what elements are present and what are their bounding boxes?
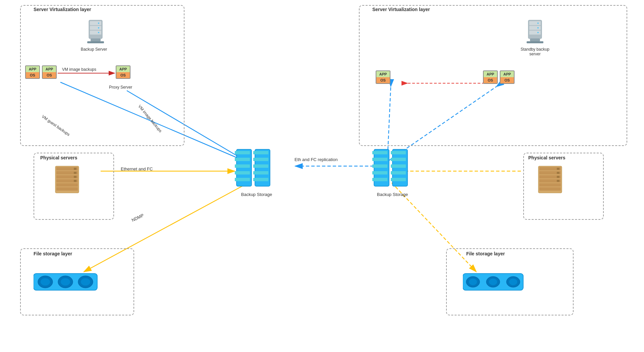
svg-point-40 xyxy=(61,278,70,286)
right-physical-server-icon xyxy=(537,164,564,196)
left-vm-group1: APP OS APP OS xyxy=(25,65,57,79)
right-vm-single-tile: APP OS xyxy=(376,70,390,84)
right-vm-tile2: APP OS xyxy=(500,70,515,84)
eth-fc-replication-label: Eth and FC replication xyxy=(294,157,338,162)
left-proxy-vm-tile: APP OS xyxy=(116,65,130,79)
svg-rect-65 xyxy=(391,171,406,174)
svg-point-93 xyxy=(509,279,517,285)
left-vm2: APP OS xyxy=(42,65,57,79)
svg-rect-86 xyxy=(557,180,559,182)
svg-rect-31 xyxy=(56,187,78,191)
svg-rect-30 xyxy=(56,183,78,187)
svg-point-91 xyxy=(489,279,497,285)
left-vm1: APP OS xyxy=(25,65,40,79)
right-physical-servers-box xyxy=(523,153,604,220)
right-standby-backup-server-icon xyxy=(523,18,547,47)
left-backup-server-icon xyxy=(84,18,107,47)
svg-point-72 xyxy=(537,27,539,29)
svg-rect-64 xyxy=(391,164,406,168)
svg-rect-35 xyxy=(74,180,76,182)
svg-rect-17 xyxy=(90,21,101,25)
svg-point-89 xyxy=(469,279,477,285)
right-physical-servers-label: Physical servers xyxy=(528,155,566,160)
svg-rect-50 xyxy=(253,151,268,154)
svg-rect-18 xyxy=(90,26,101,30)
svg-rect-54 xyxy=(253,178,268,181)
svg-rect-70 xyxy=(529,31,541,35)
svg-rect-82 xyxy=(539,187,561,191)
left-proxy-server-label: Proxy Server xyxy=(109,85,132,90)
svg-point-73 xyxy=(537,32,539,33)
left-file-storage-icon xyxy=(34,268,101,297)
svg-rect-85 xyxy=(557,176,559,178)
svg-rect-59 xyxy=(372,171,387,174)
left-physical-servers-label: Physical servers xyxy=(40,155,77,160)
ethernet-fc-label: Ethernet and FC xyxy=(121,166,153,171)
svg-rect-69 xyxy=(529,26,541,30)
svg-rect-83 xyxy=(557,168,559,170)
right-file-storage-icon xyxy=(463,268,527,297)
left-proxy-vm: APP OS xyxy=(116,65,130,79)
svg-point-38 xyxy=(41,278,50,286)
svg-rect-58 xyxy=(372,164,387,168)
left-physical-server-icon xyxy=(54,164,80,196)
svg-rect-75 xyxy=(527,41,543,43)
svg-rect-48 xyxy=(235,178,250,181)
svg-rect-47 xyxy=(235,171,250,174)
right-vm-group2: APP OS APP OS xyxy=(483,70,515,84)
svg-rect-63 xyxy=(391,158,406,161)
svg-rect-84 xyxy=(557,172,559,174)
left-backup-storage-icon xyxy=(235,148,272,189)
svg-point-20 xyxy=(98,22,99,24)
right-vm-single: APP OS xyxy=(376,70,390,84)
svg-rect-19 xyxy=(90,31,101,35)
svg-rect-60 xyxy=(372,178,387,181)
svg-point-71 xyxy=(537,22,539,24)
svg-rect-46 xyxy=(235,164,250,168)
right-backup-storage-label: Backup Storage xyxy=(376,192,409,197)
diagram-container: Server Virtualization layer Backup Serve… xyxy=(0,0,644,352)
svg-point-21 xyxy=(98,27,99,29)
svg-rect-68 xyxy=(529,21,541,25)
right-backup-storage-icon xyxy=(372,148,409,189)
svg-rect-52 xyxy=(253,164,268,168)
svg-rect-74 xyxy=(530,39,540,41)
svg-rect-57 xyxy=(372,158,387,161)
left-virtualization-label: Server Virtualization layer xyxy=(34,7,91,12)
svg-rect-62 xyxy=(391,151,406,154)
svg-rect-44 xyxy=(235,151,250,154)
right-file-storage-label: File storage layer xyxy=(466,251,505,256)
svg-point-42 xyxy=(81,278,90,286)
svg-rect-81 xyxy=(539,183,561,187)
right-vm-tile1: APP OS xyxy=(483,70,498,84)
svg-rect-33 xyxy=(74,172,76,174)
svg-rect-34 xyxy=(74,176,76,178)
svg-rect-24 xyxy=(87,41,104,43)
svg-rect-23 xyxy=(91,39,101,41)
right-standby-backup-server-label: Standby backup server xyxy=(518,47,552,56)
left-backup-storage-label: Backup Storage xyxy=(240,192,273,197)
svg-rect-56 xyxy=(372,151,387,154)
svg-rect-32 xyxy=(74,168,76,170)
svg-rect-45 xyxy=(235,158,250,161)
svg-rect-51 xyxy=(253,158,268,161)
left-backup-server-label: Backup Server xyxy=(80,47,107,52)
svg-rect-53 xyxy=(253,171,268,174)
right-virtualization-label: Server Virtualization layer xyxy=(372,7,430,12)
left-file-storage-label: File storage layer xyxy=(34,251,72,256)
svg-point-22 xyxy=(98,32,99,33)
vm-image-backups-label-horiz: VM image backups xyxy=(62,67,96,72)
svg-rect-66 xyxy=(391,178,406,181)
